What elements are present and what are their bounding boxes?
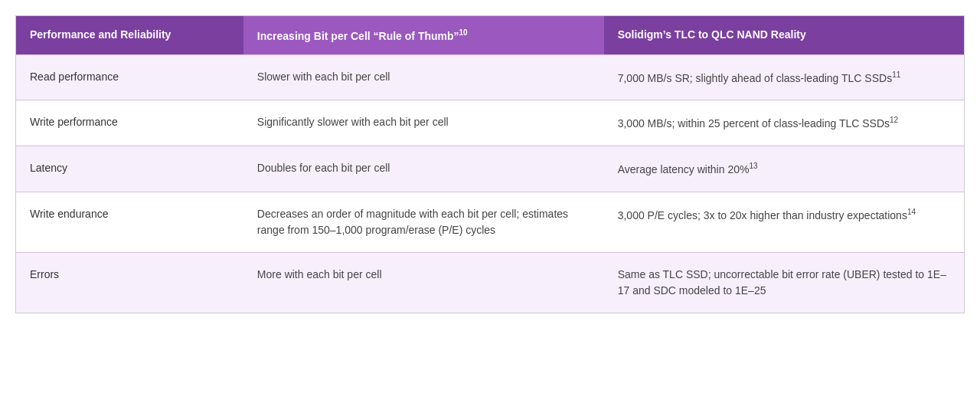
- cell-feature: Read performance: [16, 54, 243, 100]
- header-rule-label: Increasing Bit per Cell “Rule of Thumb”: [257, 30, 459, 42]
- table-header-row: Performance and Reliability Increasing B…: [16, 16, 965, 55]
- header-rule: Increasing Bit per Cell “Rule of Thumb”1…: [243, 16, 604, 55]
- cell-rule: Significantly slower with each bit per c…: [243, 100, 604, 146]
- header-feature-label: Performance and Reliability: [30, 28, 171, 41]
- reality-sup: 12: [890, 116, 898, 124]
- comparison-table: Performance and Reliability Increasing B…: [15, 15, 965, 313]
- table-body: Read performanceSlower with each bit per…: [16, 54, 965, 313]
- cell-reality: 3,000 P/E cycles; 3x to 20x higher than …: [604, 192, 965, 252]
- header-reality: Solidigm’s TLC to QLC NAND Reality: [604, 16, 965, 55]
- table-row: LatencyDoubles for each bit per cellAver…: [16, 146, 965, 192]
- cell-feature: Latency: [16, 146, 243, 192]
- cell-rule: Decreases an order of magnitude with eac…: [243, 192, 604, 252]
- cell-feature: Write endurance: [16, 192, 243, 252]
- cell-feature: Errors: [16, 252, 243, 313]
- cell-rule: Slower with each bit per cell: [243, 54, 604, 100]
- reality-sup: 13: [749, 162, 757, 170]
- cell-reality: 7,000 MB/s SR; slightly ahead of class-l…: [604, 54, 965, 100]
- cell-rule: Doubles for each bit per cell: [243, 146, 604, 192]
- table-row: Read performanceSlower with each bit per…: [16, 54, 965, 100]
- cell-reality: Average latency within 20%13: [604, 146, 965, 192]
- cell-feature: Write performance: [16, 100, 243, 146]
- reality-sup: 11: [892, 70, 900, 79]
- comparison-table-container: Performance and Reliability Increasing B…: [15, 15, 965, 313]
- table-row: ErrorsMore with each bit per cellSame as…: [16, 252, 965, 313]
- reality-sup: 14: [907, 208, 916, 216]
- header-rule-sup: 10: [459, 28, 468, 37]
- table-row: Write performanceSignificantly slower wi…: [16, 100, 965, 146]
- table-row: Write enduranceDecreases an order of mag…: [16, 192, 965, 252]
- cell-rule: More with each bit per cell: [243, 252, 604, 313]
- cell-reality: Same as TLC SSD; uncorrectable bit error…: [604, 252, 965, 313]
- header-reality-label: Solidigm’s TLC to QLC NAND Reality: [618, 28, 806, 41]
- cell-reality: 3,000 MB/s; within 25 percent of class-l…: [604, 100, 965, 146]
- header-feature: Performance and Reliability: [16, 16, 243, 55]
